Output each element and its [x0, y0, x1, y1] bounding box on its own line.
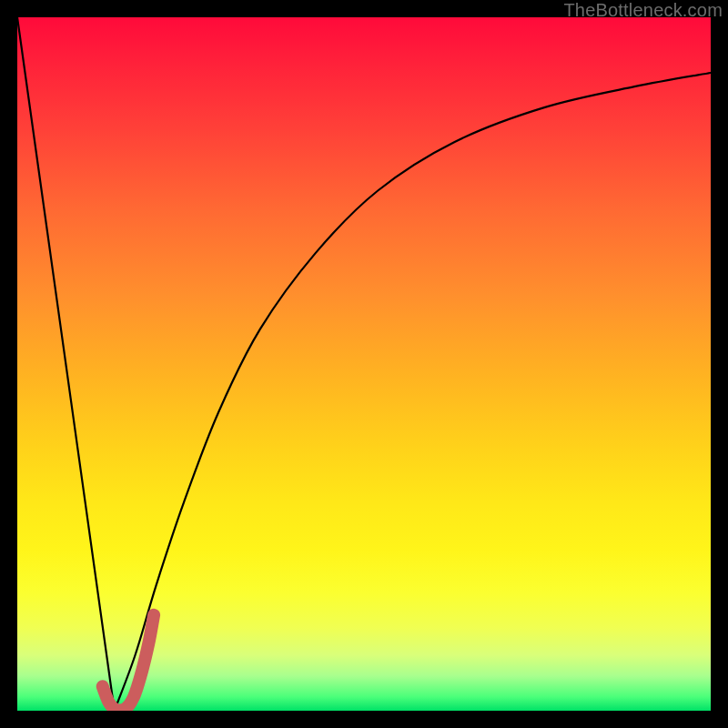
curves-layer	[17, 17, 711, 711]
plot-area	[17, 17, 711, 711]
chart-container: TheBottleneck.com	[0, 0, 728, 728]
right-branch-line	[115, 73, 711, 711]
optimal-marker	[103, 615, 154, 711]
left-branch-line	[17, 17, 115, 711]
attribution-text: TheBottleneck.com	[563, 0, 723, 21]
